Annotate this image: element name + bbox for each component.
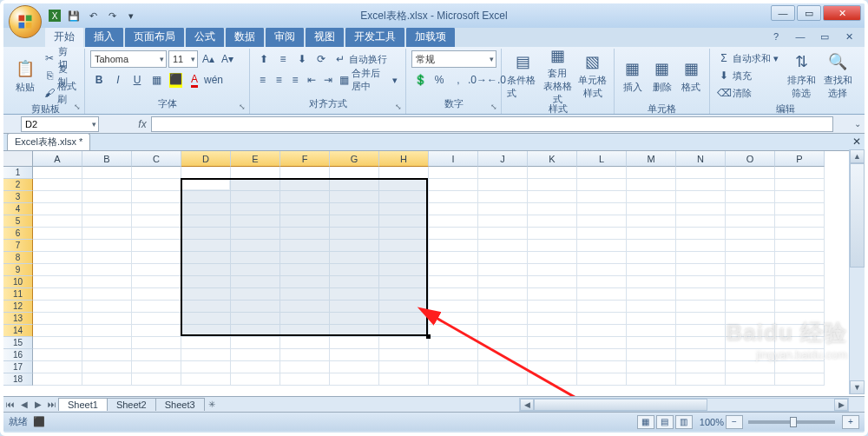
cell[interactable] (82, 264, 132, 276)
cell[interactable] (181, 325, 231, 337)
cell[interactable] (528, 167, 577, 179)
align-right-button[interactable]: ≡ (288, 71, 303, 89)
cell[interactable] (627, 228, 676, 240)
cell[interactable] (280, 203, 330, 215)
cell[interactable] (280, 228, 330, 240)
cell[interactable] (280, 252, 330, 264)
cell[interactable] (132, 240, 181, 252)
column-header[interactable]: O (726, 151, 775, 167)
cell[interactable] (627, 349, 676, 361)
column-header[interactable]: A (33, 151, 82, 167)
cell[interactable] (577, 337, 627, 349)
cell[interactable] (379, 228, 429, 240)
sheet-tab[interactable]: Sheet3 (155, 398, 205, 411)
increase-indent-button[interactable]: ⇥ (320, 71, 335, 89)
cell[interactable] (528, 349, 577, 361)
cell[interactable] (627, 325, 676, 337)
ribbon-tab-3[interactable]: 公式 (186, 27, 224, 47)
office-button[interactable] (9, 5, 42, 38)
cell[interactable] (627, 313, 676, 325)
column-header[interactable]: E (231, 151, 280, 167)
cell[interactable] (478, 325, 528, 337)
cell[interactable] (132, 264, 181, 276)
column-header[interactable]: H (379, 151, 429, 167)
sort-filter-button[interactable]: ⇅排序和 筛选 (785, 50, 818, 101)
cell[interactable] (132, 373, 181, 386)
cell[interactable] (577, 179, 627, 191)
cell[interactable] (82, 361, 132, 373)
cell[interactable] (775, 337, 825, 349)
cell[interactable] (33, 313, 82, 325)
cell[interactable] (379, 361, 429, 373)
cell[interactable] (627, 361, 676, 373)
cells-area[interactable] (33, 167, 825, 386)
cell[interactable] (231, 301, 280, 313)
cell[interactable] (379, 337, 429, 349)
cell[interactable] (231, 264, 280, 276)
cell[interactable] (33, 228, 82, 240)
cell[interactable] (379, 167, 429, 179)
cell[interactable] (231, 276, 280, 288)
cell[interactable] (82, 203, 132, 215)
close-button[interactable]: ✕ (823, 5, 861, 21)
cell[interactable] (577, 325, 627, 337)
cell[interactable] (676, 276, 726, 288)
cell[interactable] (577, 373, 627, 386)
cell[interactable] (577, 288, 627, 301)
cell[interactable] (181, 167, 231, 179)
cell[interactable] (676, 301, 726, 313)
horizontal-scrollbar[interactable]: ◀ ▶ (519, 398, 849, 412)
cell[interactable] (132, 203, 181, 215)
cell[interactable] (132, 276, 181, 288)
row-header[interactable]: 6 (3, 228, 33, 240)
cell[interactable] (528, 215, 577, 228)
cell[interactable] (478, 167, 528, 179)
row-header[interactable]: 10 (3, 276, 33, 288)
cell[interactable] (528, 191, 577, 203)
sheet-nav-prev-button[interactable]: ◀ (17, 398, 31, 412)
cell[interactable] (330, 179, 379, 191)
cell[interactable] (33, 276, 82, 288)
cell[interactable] (726, 325, 775, 337)
cell[interactable] (33, 325, 82, 337)
cell[interactable] (429, 191, 478, 203)
cell[interactable] (280, 325, 330, 337)
cell[interactable] (627, 167, 676, 179)
cell[interactable] (429, 337, 478, 349)
row-header[interactable]: 5 (3, 215, 33, 228)
cell[interactable] (82, 276, 132, 288)
cell[interactable] (330, 252, 379, 264)
cell[interactable] (330, 373, 379, 386)
number-dialog-launcher[interactable]: ⤡ (489, 102, 499, 112)
column-header[interactable]: M (627, 151, 676, 167)
sheet-nav-last-button[interactable]: ⏭ (45, 398, 59, 412)
cell[interactable] (577, 167, 627, 179)
cell[interactable] (478, 313, 528, 325)
cell[interactable] (429, 313, 478, 325)
cell[interactable] (82, 215, 132, 228)
fill-handle[interactable] (426, 334, 431, 339)
cell[interactable] (775, 264, 825, 276)
ribbon-tab-6[interactable]: 视图 (306, 27, 344, 47)
cell[interactable] (231, 228, 280, 240)
cell[interactable] (181, 373, 231, 386)
cell[interactable] (132, 337, 181, 349)
minimize-button[interactable]: — (771, 5, 795, 21)
cell[interactable] (676, 203, 726, 215)
row-header[interactable]: 1 (3, 167, 33, 179)
cell[interactable] (676, 264, 726, 276)
cell[interactable] (33, 252, 82, 264)
cell[interactable] (627, 252, 676, 264)
cell[interactable] (330, 264, 379, 276)
cell[interactable] (775, 179, 825, 191)
cell[interactable] (478, 228, 528, 240)
cell[interactable] (33, 167, 82, 179)
cell[interactable] (280, 288, 330, 301)
cell[interactable] (676, 349, 726, 361)
cell[interactable] (181, 179, 231, 191)
cell[interactable] (676, 313, 726, 325)
row-header[interactable]: 9 (3, 264, 33, 276)
cell[interactable] (181, 240, 231, 252)
cell[interactable] (627, 264, 676, 276)
cell[interactable] (726, 167, 775, 179)
